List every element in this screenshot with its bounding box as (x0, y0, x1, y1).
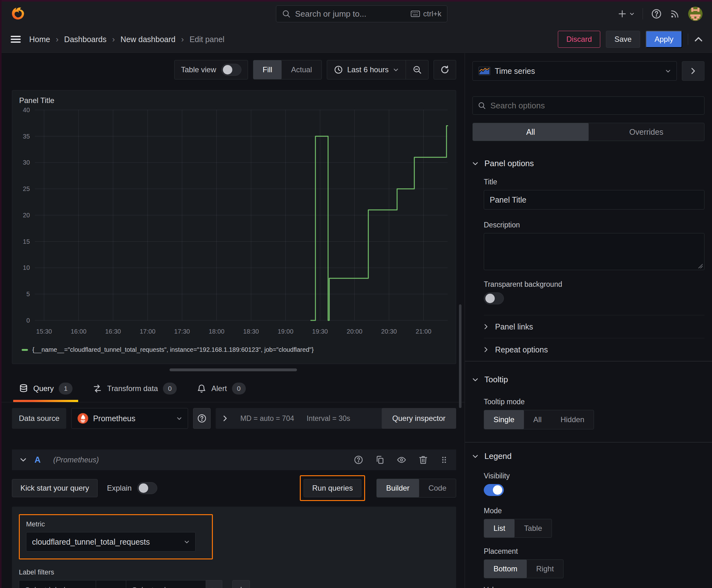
tab-alert[interactable]: Alert 0 (197, 379, 245, 402)
search-shortcut: ctrl+k (423, 9, 441, 18)
help-button[interactable] (651, 8, 662, 19)
builder-option[interactable]: Builder (377, 479, 419, 497)
tab-all-options[interactable]: All (473, 123, 589, 141)
tab-alert-label: Alert (211, 384, 226, 393)
panel-options-header[interactable]: Panel options (473, 159, 705, 168)
svg-text:15: 15 (23, 238, 30, 245)
transparent-background-toggle[interactable] (484, 292, 504, 304)
legend-mode-segmented: List Table (484, 519, 552, 538)
user-avatar[interactable] (688, 6, 703, 21)
tooltip-mode-single[interactable]: Single (484, 410, 524, 429)
select-value-dropdown[interactable]: Select value (126, 580, 206, 588)
remove-filter-button[interactable] (206, 580, 222, 588)
query-help-icon[interactable] (354, 455, 363, 465)
tab-query[interactable]: Query 1 (19, 379, 72, 402)
pane-resize-handle[interactable] (170, 369, 297, 371)
news-rss-button[interactable] (670, 9, 680, 19)
search-icon (282, 9, 291, 18)
select-label-placeholder: Select label (25, 586, 65, 588)
query-row-header[interactable]: A (Prometheus) (12, 449, 456, 470)
svg-text:10: 10 (23, 265, 30, 271)
legend-mode-table[interactable]: Table (515, 519, 551, 538)
table-view-toggle[interactable] (221, 64, 241, 76)
legend-mode-list[interactable]: List (484, 519, 515, 538)
zoom-out-time-button[interactable] (406, 60, 428, 79)
keyboard-icon (411, 10, 420, 17)
add-filter-button[interactable] (232, 580, 250, 588)
vertical-scrollbar-thumb[interactable] (459, 304, 461, 408)
refresh-button[interactable] (434, 60, 456, 80)
tooltip-mode-all[interactable]: All (524, 410, 551, 429)
apply-button[interactable]: Apply (646, 31, 682, 48)
discard-button[interactable]: Discard (558, 31, 600, 48)
tab-overrides[interactable]: Overrides (589, 123, 705, 141)
svg-text:16:00: 16:00 (71, 328, 86, 335)
grafana-logo[interactable] (10, 5, 25, 22)
datasource-help-button[interactable] (193, 408, 211, 429)
metric-highlight-ring: Metric cloudflared_tunnel_total_requests (19, 514, 213, 560)
textarea-resize-grip[interactable] (697, 263, 703, 268)
options-search-input[interactable] (490, 101, 699, 110)
time-range-button[interactable]: Last 6 hours (327, 65, 406, 74)
tab-transform-data[interactable]: Transform data 0 (93, 379, 177, 402)
select-value-placeholder: Select value (132, 586, 175, 588)
panel-links-section[interactable]: Panel links (484, 315, 705, 338)
toggle-visibility-eye-icon[interactable] (396, 455, 407, 465)
repeat-options-section[interactable]: Repeat options (484, 338, 705, 361)
global-search-input[interactable]: Search or jump to... ctrl+k (276, 5, 447, 22)
query-builder-body: Metric cloudflared_tunnel_total_requests… (12, 507, 456, 588)
table-view-label: Table view (181, 65, 216, 74)
legend-series-swatch[interactable] (22, 349, 28, 351)
select-label-dropdown[interactable]: Select label (19, 580, 96, 588)
run-queries-button[interactable]: Run queries (304, 479, 361, 497)
tab-alert-badge: 0 (232, 383, 246, 395)
query-ref-id: A (35, 455, 41, 465)
bell-icon (197, 384, 206, 393)
timeseries-panel[interactable]: Panel Title 051015202530354015:3016:0016… (12, 90, 456, 364)
explain-toggle[interactable] (137, 482, 157, 494)
delete-query-trash-icon[interactable] (418, 455, 428, 465)
options-search-box[interactable] (473, 97, 705, 114)
panel-description-textarea[interactable] (484, 233, 705, 270)
chevron-down-icon[interactable] (20, 457, 26, 462)
breadcrumb-dashboards[interactable]: Dashboards (64, 35, 106, 44)
tooltip-mode-hidden[interactable]: Hidden (551, 410, 594, 429)
svg-text:18:00: 18:00 (209, 328, 224, 335)
divider (643, 8, 643, 19)
actual-option[interactable]: Actual (282, 60, 322, 79)
clock-icon (334, 65, 343, 74)
open-viz-suggestions-button[interactable] (682, 61, 705, 81)
time-range-picker: Last 6 hours (327, 60, 429, 80)
breadcrumb-new-dashboard[interactable]: New dashboard (121, 35, 175, 44)
kick-start-query-button[interactable]: Kick start your query (12, 479, 98, 497)
add-new-button[interactable] (618, 9, 634, 19)
tooltip-section-header[interactable]: Tooltip (473, 375, 705, 384)
visualization-picker[interactable]: Time series (473, 61, 677, 81)
fill-option[interactable]: Fill (253, 60, 282, 79)
code-option[interactable]: Code (419, 479, 456, 497)
chevron-down-icon (176, 416, 182, 421)
breadcrumb-home[interactable]: Home (29, 35, 50, 44)
metric-select[interactable]: cloudflared_tunnel_total_requests (26, 532, 196, 551)
legend-section-header[interactable]: Legend (473, 451, 705, 461)
time-range-label: Last 6 hours (347, 65, 389, 74)
legend-series-label[interactable]: {__name__="cloudflared_tunnel_total_requ… (33, 346, 314, 353)
duplicate-query-icon[interactable] (375, 455, 385, 465)
drag-handle-icon[interactable] (440, 455, 448, 465)
legend-placement-bottom[interactable]: Bottom (484, 560, 527, 578)
collapse-header-chevron-up-icon[interactable] (694, 36, 703, 43)
timeseries-viz-icon (478, 67, 490, 76)
metric-value: cloudflared_tunnel_total_requests (32, 538, 150, 547)
menu-hamburger-icon[interactable] (10, 35, 21, 44)
metric-label: Metric (26, 520, 196, 528)
window-edge-left (0, 0, 2, 588)
query-inspector-button[interactable]: Query inspector (382, 408, 456, 429)
legend-visibility-toggle[interactable] (484, 484, 504, 496)
timeseries-chart[interactable]: 051015202530354015:3016:0016:3017:0017:3… (17, 107, 451, 343)
save-button[interactable]: Save (606, 31, 640, 48)
legend-placement-right[interactable]: Right (527, 560, 563, 578)
datasource-select[interactable]: Prometheus (71, 408, 188, 429)
operator-dropdown[interactable]: = (96, 580, 126, 588)
panel-title-input[interactable] (484, 190, 705, 210)
svg-text:25: 25 (23, 185, 30, 192)
